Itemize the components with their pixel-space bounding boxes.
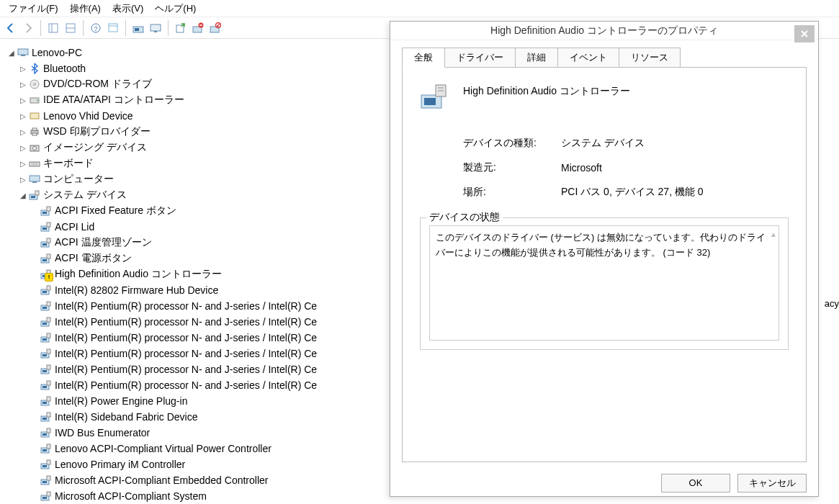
close-button[interactable] bbox=[794, 25, 815, 42]
dev-label: Intel(R) Pentium(R) processor N- and J-s… bbox=[55, 300, 317, 312]
svg-rect-19 bbox=[18, 49, 28, 55]
tab-resources[interactable]: リソース bbox=[619, 48, 681, 67]
svg-rect-6 bbox=[109, 24, 117, 32]
printer-icon bbox=[29, 126, 40, 138]
toolbar-forward[interactable] bbox=[20, 20, 36, 36]
svg-rect-51 bbox=[41, 274, 49, 279]
svg-rect-9 bbox=[135, 28, 139, 31]
collapse-icon[interactable]: ◢ bbox=[6, 47, 17, 58]
dev-label: Intel(R) Sideband Fabric Device bbox=[55, 411, 197, 423]
ok-button[interactable]: OK bbox=[661, 474, 730, 492]
info-row-mfr: 製造元: Microsoft bbox=[463, 156, 789, 180]
svg-rect-55 bbox=[42, 291, 47, 293]
disc-icon bbox=[29, 78, 40, 90]
svg-rect-83 bbox=[47, 428, 50, 433]
toolbar-back[interactable] bbox=[3, 20, 19, 36]
svg-rect-28 bbox=[32, 133, 37, 135]
dialog-titlebar[interactable]: High Definition Audio コントローラーのプロパティ bbox=[390, 22, 818, 40]
toolbar-separator bbox=[125, 20, 126, 36]
expand-icon[interactable]: ▷ bbox=[17, 174, 29, 185]
dialog-title: High Definition Audio コントローラーのプロパティ bbox=[490, 24, 718, 37]
device-icon bbox=[29, 110, 40, 122]
tab-driver[interactable]: ドライバー bbox=[444, 48, 516, 67]
value-location: PCI バス 0, デバイス 27, 機能 0 bbox=[561, 186, 704, 199]
system-icon bbox=[40, 237, 52, 248]
toolbar-disable[interactable] bbox=[207, 20, 223, 36]
svg-rect-44 bbox=[47, 222, 50, 227]
svg-rect-86 bbox=[47, 444, 50, 449]
system-icon bbox=[40, 490, 52, 502]
collapse-icon[interactable]: ◢ bbox=[17, 189, 29, 201]
device-status-fieldset: デバイスの状態 このデバイスのドライバー (サービス) は無効になっています。代… bbox=[420, 217, 789, 350]
toolbar-uninstall[interactable] bbox=[190, 20, 206, 36]
tab-content-general: High Definition Audio コントローラー デバイスの種類: シ… bbox=[402, 68, 807, 462]
system-icon bbox=[29, 189, 40, 201]
cancel-button[interactable]: キャンセル bbox=[737, 474, 807, 492]
expand-icon[interactable]: ▷ bbox=[17, 63, 29, 74]
tab-events[interactable]: イベント bbox=[557, 48, 619, 67]
svg-rect-27 bbox=[32, 128, 37, 130]
expand-icon[interactable]: ▷ bbox=[17, 126, 29, 138]
svg-rect-52 bbox=[42, 275, 47, 277]
dev-label: Intel(R) 82802 Firmware Hub Device bbox=[55, 284, 218, 296]
toolbar-show-hide[interactable] bbox=[45, 20, 61, 36]
svg-text:?: ? bbox=[94, 25, 97, 32]
toolbar-grid[interactable] bbox=[63, 20, 78, 36]
svg-rect-68 bbox=[47, 349, 50, 354]
scroll-up-icon[interactable]: ▲ bbox=[770, 229, 777, 240]
system-warning-icon bbox=[40, 269, 52, 280]
system-icon bbox=[40, 221, 52, 233]
toolbar-monitor[interactable] bbox=[148, 20, 163, 36]
svg-rect-95 bbox=[47, 492, 50, 496]
info-row-loc: 場所: PCI バス 0, デバイス 27, 機能 0 bbox=[463, 180, 789, 204]
tab-general[interactable]: 全般 bbox=[402, 48, 445, 68]
expand-icon[interactable]: ▷ bbox=[17, 94, 29, 106]
system-icon bbox=[40, 300, 52, 312]
system-icon bbox=[40, 316, 52, 328]
svg-line-18 bbox=[217, 24, 220, 27]
toolbar-update[interactable] bbox=[173, 20, 189, 36]
system-icon bbox=[40, 411, 52, 423]
expand-icon[interactable]: ▷ bbox=[17, 158, 29, 169]
computer-icon bbox=[17, 47, 29, 58]
svg-rect-11 bbox=[154, 31, 157, 32]
menu-action[interactable]: 操作(A) bbox=[66, 1, 105, 17]
close-icon bbox=[801, 30, 808, 37]
dev-label: Intel(R) Pentium(R) processor N- and J-s… bbox=[55, 348, 317, 359]
svg-rect-71 bbox=[47, 365, 50, 369]
bluetooth-icon bbox=[29, 63, 40, 74]
menu-file[interactable]: ファイル(F) bbox=[4, 1, 63, 17]
toolbar-separator bbox=[40, 20, 41, 36]
svg-rect-47 bbox=[47, 238, 50, 243]
status-textbox[interactable]: このデバイスのドライバー (サービス) は無効になっています。代わりのドライバー… bbox=[429, 225, 779, 341]
expand-icon[interactable]: ▷ bbox=[17, 142, 29, 153]
svg-rect-46 bbox=[42, 243, 47, 246]
toolbar-props[interactable] bbox=[105, 20, 121, 36]
cat-label: IDE ATA/ATAPI コントローラー bbox=[43, 94, 184, 107]
tab-details[interactable]: 詳細 bbox=[515, 48, 558, 67]
svg-rect-76 bbox=[42, 402, 47, 404]
menu-view[interactable]: 表示(V) bbox=[108, 1, 148, 17]
system-icon bbox=[40, 395, 52, 407]
dev-label: Intel(R) Power Engine Plug-in bbox=[55, 395, 187, 407]
menu-help[interactable]: ヘルプ(H) bbox=[151, 1, 200, 17]
dev-label: Intel(R) Pentium(R) processor N- and J-s… bbox=[55, 332, 317, 343]
dev-label: ACPI 温度管理ゾーン bbox=[55, 236, 152, 249]
toolbar-help[interactable]: ? bbox=[88, 20, 104, 36]
cat-label: Bluetooth bbox=[43, 63, 86, 74]
svg-rect-59 bbox=[47, 302, 50, 306]
svg-rect-74 bbox=[47, 381, 50, 385]
drive-icon bbox=[29, 94, 40, 106]
svg-rect-94 bbox=[42, 497, 47, 499]
expand-icon[interactable]: ▷ bbox=[17, 78, 29, 90]
svg-rect-85 bbox=[42, 449, 47, 451]
svg-rect-35 bbox=[32, 181, 37, 183]
system-icon bbox=[40, 253, 52, 264]
dev-label: Microsoft ACPI-Compliant System bbox=[55, 490, 207, 502]
expand-icon[interactable]: ▷ bbox=[17, 110, 29, 122]
toolbar-scan[interactable] bbox=[130, 20, 146, 36]
svg-rect-73 bbox=[42, 386, 47, 388]
dev-label: ACPI 電源ボタン bbox=[55, 252, 132, 265]
clipped-text: acy bbox=[825, 298, 839, 309]
svg-rect-20 bbox=[21, 55, 25, 56]
